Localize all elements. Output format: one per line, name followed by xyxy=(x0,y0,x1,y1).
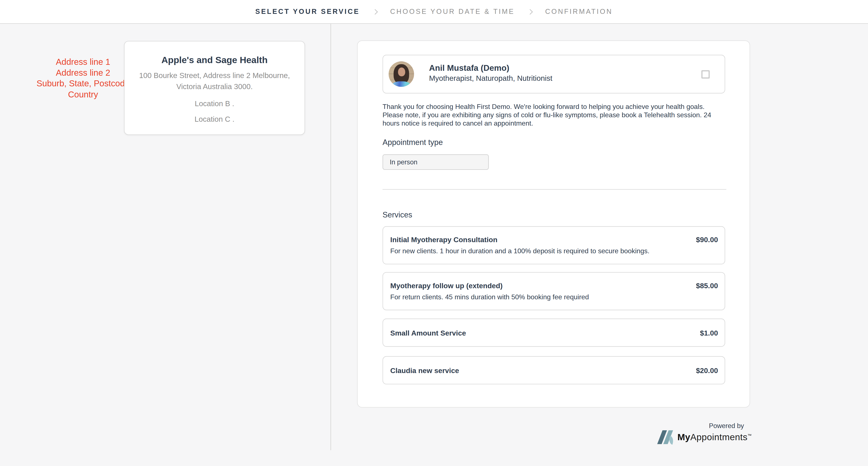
section-divider xyxy=(382,189,726,190)
practitioner-avatar xyxy=(389,61,414,87)
welcome-message: Thank you for choosing Health First Demo… xyxy=(382,103,721,128)
booking-page: SELECT YOUR SERVICE CHOOSE YOUR DATE & T… xyxy=(0,0,868,466)
practitioner-name: Anil Mustafa (Demo) xyxy=(429,63,509,72)
powered-by-footer: Powered by MyAppointments™ xyxy=(647,422,752,444)
service-name: Myotherapy follow up (extended) xyxy=(390,281,503,290)
panel-divider xyxy=(331,24,331,450)
brand-appointments: Appointments xyxy=(690,432,747,442)
brand-my: My xyxy=(678,432,690,442)
service-name: Initial Myotherapy Consultation xyxy=(390,236,497,244)
appointment-type-select[interactable]: In person xyxy=(382,154,489,170)
service-description: For return clients. 45 mins duration wit… xyxy=(390,293,717,301)
practitioner-card[interactable]: Anil Mustafa (Demo) Myotherapist, Naturo… xyxy=(382,55,725,94)
service-card-small-amount[interactable]: Small Amount Service $1.00 xyxy=(382,319,725,346)
service-card-myotherapy-follow-up[interactable]: Myotherapy follow up (extended) $85.00 F… xyxy=(382,272,725,310)
business-address: 100 Bourke Street, Address line 2 Melbou… xyxy=(134,70,296,92)
service-selection-panel: Anil Mustafa (Demo) Myotherapist, Naturo… xyxy=(357,40,750,408)
powered-by-text: Powered by xyxy=(647,422,752,430)
step-confirmation[interactable]: CONFIRMATION xyxy=(545,8,613,15)
service-price: $1.00 xyxy=(700,329,718,337)
chevron-right-icon xyxy=(372,9,378,14)
trademark-symbol: ™ xyxy=(747,433,752,438)
myappointments-logo-icon xyxy=(658,430,675,444)
appointment-type-label: Appointment type xyxy=(382,138,443,147)
stepper-header: SELECT YOUR SERVICE CHOOSE YOUR DATE & T… xyxy=(0,0,868,24)
service-name: Small Amount Service xyxy=(390,329,466,337)
service-description: For new clients. 1 hour in duration and … xyxy=(390,247,717,255)
avatar-shirt xyxy=(393,81,410,87)
location-card: Apple's and Sage Health 100 Bourke Stree… xyxy=(124,41,305,135)
location-option-c: Location C . xyxy=(125,115,305,124)
step-choose-date-time[interactable]: CHOOSE YOUR DATE & TIME xyxy=(390,8,515,15)
practitioner-checkbox[interactable] xyxy=(701,70,710,78)
step-select-service[interactable]: SELECT YOUR SERVICE xyxy=(255,8,360,15)
practitioner-title: Myotherapist, Naturopath, Nutritionist xyxy=(429,74,552,82)
avatar-face xyxy=(398,68,405,76)
business-name: Apple's and Sage Health xyxy=(125,55,305,65)
service-card-initial-myotherapy[interactable]: Initial Myotherapy Consultation $90.00 F… xyxy=(382,226,725,264)
service-price: $90.00 xyxy=(696,236,718,244)
location-option-b: Location B . xyxy=(125,100,305,108)
service-name: Claudia new service xyxy=(390,366,459,374)
myappointments-brand: MyAppointments™ xyxy=(647,430,752,444)
service-price: $85.00 xyxy=(696,281,718,290)
services-heading: Services xyxy=(382,210,412,219)
service-price: $20.00 xyxy=(696,366,718,374)
service-card-claudia-new-service[interactable]: Claudia new service $20.00 xyxy=(382,356,725,385)
brand-wordmark: MyAppointments™ xyxy=(678,432,752,442)
chevron-right-icon xyxy=(527,9,533,14)
